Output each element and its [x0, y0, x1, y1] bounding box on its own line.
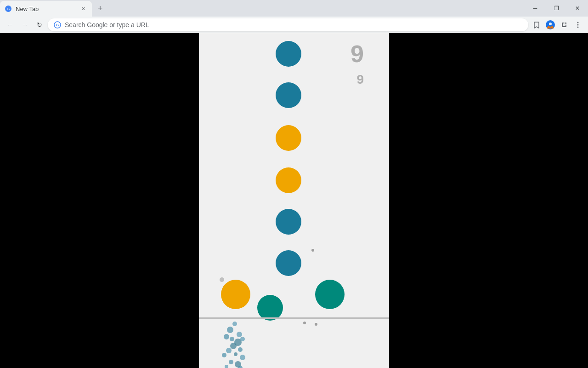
waiting-ball [220, 277, 224, 282]
minimize-button[interactable]: ─ [525, 1, 546, 16]
explosion-dot [237, 332, 242, 337]
content-area: 9 9 [0, 33, 588, 368]
game-ball [276, 250, 301, 276]
bookmark-button[interactable] [530, 18, 543, 31]
explosion-dot [227, 327, 233, 333]
window-controls: ─ ❐ ✕ [525, 1, 588, 16]
svg-point-7 [577, 24, 579, 25]
google-icon: G [54, 21, 61, 29]
explosion-dot [240, 337, 245, 341]
svg-text:G: G [7, 7, 10, 11]
right-background [389, 33, 588, 368]
explosion-dot [230, 337, 234, 341]
game-ball [276, 41, 301, 67]
svg-point-6 [577, 22, 579, 23]
trajectory-dot [303, 322, 306, 324]
game-ball [276, 209, 301, 235]
game-ball [276, 125, 301, 151]
explosion-dot [238, 347, 243, 352]
svg-text:G: G [56, 23, 59, 27]
score-current: 9 [351, 40, 364, 68]
menu-button[interactable] [571, 18, 584, 31]
explosion-dot [234, 352, 237, 356]
tab-favicon: G [5, 5, 12, 12]
game-ball [257, 295, 283, 321]
game-ball [276, 82, 301, 108]
new-tab-button[interactable]: + [94, 2, 107, 15]
svg-point-5 [549, 23, 552, 25]
explosion-dot [222, 353, 226, 357]
divider-line [199, 317, 389, 319]
forward-button[interactable]: → [18, 18, 31, 31]
tab-close-button[interactable]: ✕ [79, 5, 87, 13]
reload-button[interactable]: ↻ [33, 18, 46, 31]
game-ball [221, 280, 250, 309]
trajectory-dot [311, 249, 314, 252]
explosion-dot [240, 355, 245, 360]
browser-tab[interactable]: G New Tab ✕ [0, 1, 92, 17]
left-background [0, 33, 199, 368]
explosion-dot [232, 322, 237, 326]
explosion-dot [225, 365, 228, 368]
score-best: 9 [356, 72, 364, 87]
svg-point-8 [577, 26, 579, 28]
explosion-dot [230, 343, 237, 349]
extensions-button[interactable] [558, 18, 571, 31]
game-ball [315, 280, 345, 309]
back-button[interactable]: ← [4, 18, 17, 31]
explosion-dot [229, 360, 233, 364]
url-bar[interactable]: G Search Google or type a URL [48, 18, 528, 31]
browser-frame: G New Tab ✕ + ─ ❐ ✕ ← → ↻ G Search Googl… [0, 0, 588, 368]
game-area[interactable]: 9 9 [199, 33, 389, 368]
close-button[interactable]: ✕ [567, 1, 588, 16]
explosion-dot [226, 348, 232, 353]
game-ball [276, 167, 301, 193]
maximize-button[interactable]: ❐ [546, 1, 567, 16]
trajectory-dot [315, 323, 317, 326]
profile-button[interactable] [544, 18, 557, 31]
tab-title: New Tab [16, 6, 75, 12]
address-bar: ← → ↻ G Search Google or type a URL [0, 17, 588, 33]
explosion-dot [224, 334, 229, 339]
tab-bar: G New Tab ✕ + ─ ❐ ✕ [0, 0, 588, 17]
url-text: Search Google or type a URL [65, 21, 522, 29]
explosion-dot [238, 366, 243, 368]
toolbar-icons [530, 18, 584, 31]
